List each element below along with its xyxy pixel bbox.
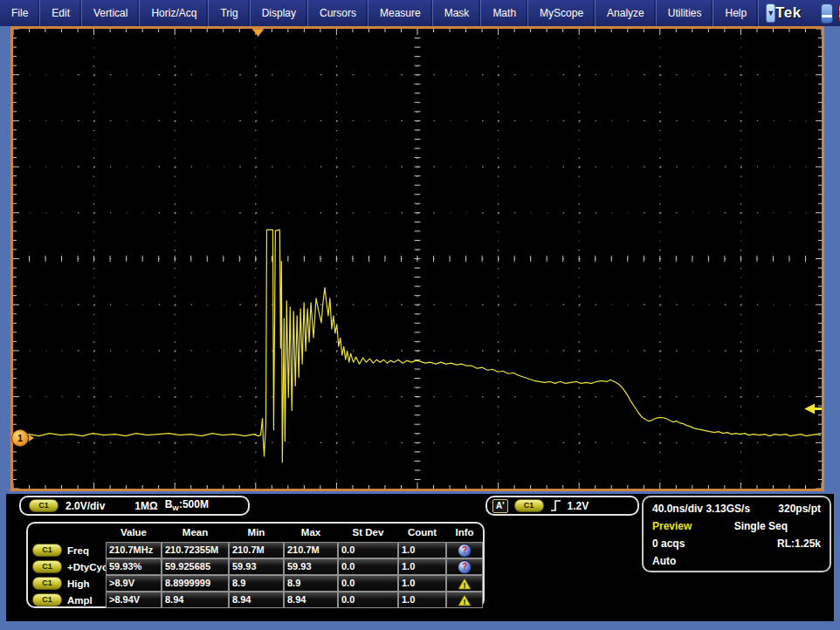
minimize-button[interactable] [821,3,833,24]
menu-item-mask[interactable]: Mask [433,0,482,26]
measurement-name: High [67,579,90,589]
measurement-cell-value: >8.9V [106,575,162,592]
menu-item-trig[interactable]: Trig [209,0,250,26]
trigger-position-marker[interactable] [252,29,265,37]
graticule-and-waveform [13,29,822,489]
menu-item-math[interactable]: Math [481,0,528,26]
acquisition-mode: Single Seq [734,517,788,535]
menu-items: FileEditVerticalHoriz/AcqTrigDisplayCurs… [0,0,759,26]
measurement-cell-count: 1.0 [398,575,446,592]
column-header-min: Min [229,525,284,540]
menu-bar: FileEditVerticalHoriz/AcqTrigDisplayCurs… [0,0,840,26]
channel-readout-panel[interactable]: C1 2.0V/div 1MΩ BW:500M [19,496,250,516]
resolution: 320ps/pt [778,500,821,517]
measurement-cell-mean: 59.925685 [162,558,229,575]
measurement-cell-stdev: 0.0 [338,592,398,608]
channel-badge: C1 [32,544,62,557]
preview-status: Preview [652,517,692,535]
menu-item-measure[interactable]: Measure [368,0,433,26]
column-header-info: Info [446,525,483,540]
measurement-cell-max: 59.93 [284,558,338,575]
input-impedance: 1MΩ [134,500,157,512]
trigger-level-value: 1.2V [568,500,589,512]
record-length: RL:1.25k [777,535,821,552]
menu-item-myscope[interactable]: MyScope [528,0,596,26]
measurement-cell-value: >8.94V [106,592,162,608]
info-cell: ! [446,592,483,608]
warning-info-icon[interactable]: ! [458,578,472,590]
measurement-cell-count: 1.0 [398,542,446,558]
measurement-cell-count: 1.0 [398,558,446,575]
measurement-cell-min: 8.9 [229,575,284,592]
column-header-stdev: St Dev [338,525,398,540]
readout-area: C1 2.0V/div 1MΩ BW:500M A' C1 1.2V 40.0n… [6,494,834,621]
info-cell: ? [446,542,483,558]
svg-text:!: ! [464,598,466,606]
column-header-value: Value [106,525,162,540]
menu-item-edit[interactable]: Edit [40,0,82,26]
minimize-icon [822,15,832,17]
measurement-cell-mean: 8.94 [162,592,229,608]
table-corner [31,525,106,540]
menu-item-utilities[interactable]: Utilities [657,0,714,26]
warning-info-icon[interactable]: ! [458,594,472,606]
column-header-mean: Mean [162,525,229,540]
menu-item-display[interactable]: Display [251,0,308,26]
measurement-cell-mean: 8.8999999 [162,575,229,592]
measurement-row-label: C1Freq [31,542,106,558]
measurement-cell-max: 210.7M [284,542,338,558]
waveform-display: 1 [10,26,824,491]
menu-item-help[interactable]: Help [713,0,759,26]
measurement-name: Freq [67,545,89,556]
measurement-cell-stdev: 0.0 [338,542,398,558]
rising-edge-icon [550,499,561,512]
menu-item-horizacq[interactable]: Horiz/Acq [140,0,209,26]
measurement-cell-min: 210.7M [229,542,284,558]
tek-logo: Tek [775,0,802,26]
channel1-position-marker[interactable]: 1 [11,429,29,447]
vertical-scale: 2.0V/div [65,500,105,512]
menu-dropdown-button[interactable]: ▼ [766,3,775,23]
measurement-table-panel: ValueMeanMinMaxSt DevCountInfoC1Freq210.… [26,522,485,608]
trigger-mode: Auto [652,552,676,570]
measurement-cell-value: 210.7MHz [106,542,162,558]
question-info-icon[interactable]: ? [458,544,472,558]
measurement-row-label: C1High [31,575,106,592]
measurement-cell-min: 59.93 [229,558,284,575]
measurement-name: +DtyCyc [67,562,107,572]
trigger-level-arrow[interactable] [804,403,822,414]
menu-item-analyze[interactable]: Analyze [596,0,657,26]
acquisition-count: 0 acqs [652,535,685,552]
measurement-cell-min: 8.94 [229,592,284,608]
bandwidth: BW:500M [165,498,209,512]
measurement-cell-value: 59.93% [106,558,162,575]
horizontal-readout-panel[interactable]: 40.0ns/div 3.13GS/s 320ps/pt Preview Sin… [642,496,831,572]
trigger-source-badge: A' [492,499,508,513]
measurement-row-label: C1Ampl [31,592,106,608]
channel-badge: C1 [29,499,59,512]
measurement-row-label: C1+DtyCyc [31,558,106,575]
info-cell: ? [446,558,483,575]
menu-item-file[interactable]: File [0,0,40,26]
trigger-channel-badge: C1 [514,499,544,512]
channel-badge: C1 [32,593,62,606]
channel1-waveform [17,229,821,462]
svg-text:!: ! [464,581,466,590]
measurement-name: Ampl [67,595,93,606]
channel-badge: C1 [32,560,62,573]
menu-item-vertical[interactable]: Vertical [82,0,140,26]
column-header-count: Count [398,525,446,540]
question-info-icon[interactable]: ? [458,560,472,574]
measurement-cell-stdev: 0.0 [338,575,398,592]
measurement-table: ValueMeanMinMaxSt DevCountInfoC1Freq210.… [31,525,480,608]
timebase-and-rate: 40.0ns/div 3.13GS/s [652,500,750,517]
measurement-cell-max: 8.9 [284,575,338,592]
column-header-max: Max [284,525,338,540]
measurement-cell-count: 1.0 [398,592,446,608]
menu-item-cursors[interactable]: Cursors [308,0,368,26]
channel-badge: C1 [32,577,62,590]
trigger-readout-panel[interactable]: A' C1 1.2V [485,496,639,516]
measurement-cell-max: 8.94 [284,592,338,608]
info-cell: ! [446,575,483,592]
measurement-cell-mean: 210.72355M [162,542,229,558]
